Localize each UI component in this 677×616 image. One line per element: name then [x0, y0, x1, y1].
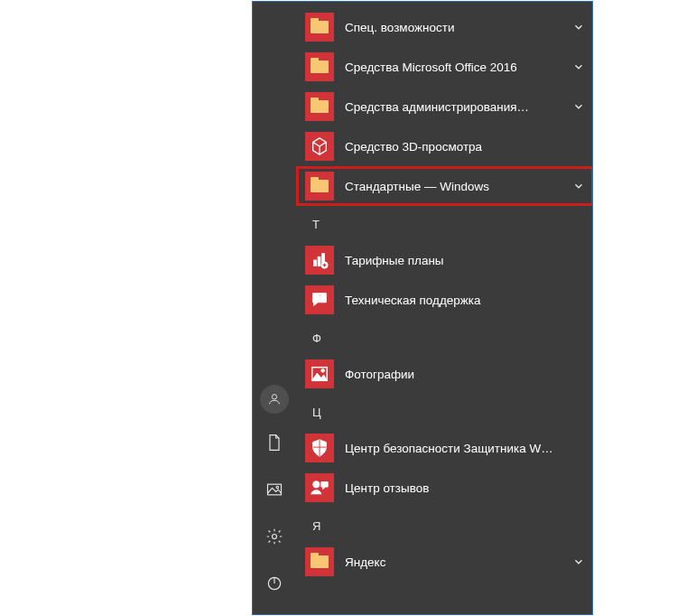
chevron-down-icon: [572, 555, 585, 568]
app-label: Тарифные планы: [345, 254, 585, 267]
app-label: Центр отзывов: [345, 481, 585, 495]
folder-icon: [305, 172, 334, 201]
plans-icon: [305, 246, 334, 275]
letter-label: Ф: [312, 331, 321, 345]
letter-label: Т: [312, 218, 320, 231]
folder-icon: [305, 13, 334, 42]
side-rail: [253, 379, 296, 614]
feedback-icon: [305, 473, 334, 502]
letter-header-t[interactable]: Т: [305, 210, 592, 238]
letter-label: Я: [312, 519, 320, 533]
app-item-data-plans[interactable]: Тарифные планы: [305, 242, 592, 278]
app-item-3d-viewer[interactable]: Средство 3D-просмотра: [305, 128, 592, 164]
app-label: Средства администрирования…: [345, 100, 567, 114]
app-label: Яндекс: [345, 555, 567, 569]
app-label: Стандартные — Windows: [345, 180, 567, 193]
svg-point-12: [313, 481, 320, 488]
chevron-down-icon: [572, 61, 585, 73]
app-item-yandex[interactable]: Яндекс: [305, 544, 592, 580]
letter-header-ts[interactable]: Ц: [305, 397, 592, 426]
chevron-down-icon: [572, 180, 585, 192]
svg-rect-1: [318, 257, 320, 266]
folder-icon: [305, 547, 334, 576]
app-item-feedback-hub[interactable]: Центр отзывов: [305, 470, 592, 506]
app-label: Средство 3D-просмотра: [345, 140, 585, 154]
pictures-button[interactable]: [256, 471, 292, 508]
app-label: Фотографии: [345, 368, 585, 381]
chevron-down-icon: [572, 100, 585, 113]
letter-header-f[interactable]: Ф: [305, 323, 592, 352]
app-item-windows-accessories[interactable]: Стандартные — Windows: [298, 168, 592, 204]
power-button[interactable]: [256, 565, 292, 602]
support-icon: ?: [305, 285, 334, 314]
svg-text:?: ?: [317, 294, 321, 302]
letter-header-ya[interactable]: Я: [305, 511, 592, 540]
app-list: Спец. возможности Средства Microsoft Off…: [305, 2, 592, 614]
svg-rect-0: [314, 260, 317, 266]
app-item-photos[interactable]: Фотографии: [305, 356, 592, 392]
photos-icon: [305, 359, 334, 388]
app-item-defender-security[interactable]: Центр безопасности Защитника W…: [305, 430, 592, 466]
folder-icon: [305, 92, 334, 121]
settings-button[interactable]: [256, 518, 292, 555]
documents-button[interactable]: [256, 425, 292, 461]
app-label: Средства Microsoft Office 2016: [345, 61, 567, 74]
app-item-tech-support[interactable]: ? Техническая поддержка: [305, 282, 592, 318]
defender-icon: [305, 434, 334, 462]
svg-point-9: [321, 369, 325, 373]
app-item-admin-tools[interactable]: Средства администрирования…: [305, 89, 592, 125]
app-label: Техническая поддержка: [345, 294, 585, 307]
chevron-down-icon: [572, 21, 585, 33]
3dviewer-icon: [305, 132, 334, 161]
app-label: Спец. возможности: [345, 21, 567, 34]
svg-point-15: [276, 486, 279, 489]
user-account-button[interactable]: [260, 385, 289, 414]
letter-label: Ц: [312, 406, 321, 419]
svg-marker-8: [312, 373, 328, 380]
app-item-office-tools[interactable]: Средства Microsoft Office 2016: [305, 49, 592, 85]
start-menu: Спец. возможности Средства Microsoft Off…: [252, 1, 593, 615]
app-label: Центр безопасности Защитника W…: [345, 442, 585, 455]
svg-rect-14: [268, 484, 282, 495]
app-item-accessibility[interactable]: Спец. возможности: [305, 9, 592, 45]
folder-icon: [305, 52, 334, 81]
svg-point-13: [272, 395, 276, 399]
svg-point-16: [273, 535, 277, 539]
